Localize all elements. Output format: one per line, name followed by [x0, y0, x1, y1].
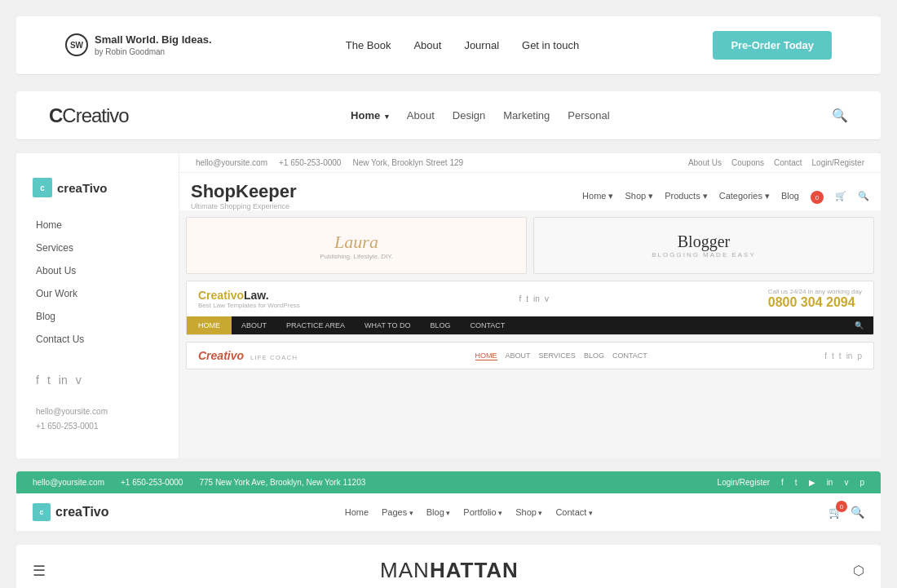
sidebar-social: f t in v: [16, 364, 179, 396]
shopkeeper-coupons-link[interactable]: Coupons: [731, 158, 764, 167]
life-nav-home[interactable]: HOME: [475, 351, 497, 360]
bottom-nav-portfolio[interactable]: Portfolio: [463, 507, 502, 517]
shopkeeper-login-link[interactable]: Login/Register: [812, 158, 864, 167]
life-pinterest-icon[interactable]: p: [857, 351, 862, 360]
life-nav-contact[interactable]: CONTACT: [612, 351, 647, 360]
sidebar-email: hello@yoursite.com: [36, 405, 159, 419]
creativo-logo: CCreativo: [49, 104, 129, 127]
law-nav-what[interactable]: WHAT TO DO: [355, 316, 420, 334]
facebook-icon[interactable]: f: [36, 374, 39, 387]
creativo-bottom-navbar: c creaTivo Home Pages Blog Portfolio Sho…: [16, 493, 881, 532]
life-twitter-icon[interactable]: t: [832, 351, 834, 360]
life-tumblr-icon[interactable]: t: [839, 351, 842, 360]
shopkeeper-contact-link[interactable]: Contact: [774, 158, 802, 167]
law-template: CreativoLaw. Best Law Templates for Word…: [186, 281, 874, 335]
life-social: f t t in p: [824, 351, 862, 360]
bottom-nav-contact[interactable]: Contact: [555, 507, 592, 517]
bottom-social-yt[interactable]: ▶: [809, 478, 815, 487]
twitter-icon[interactable]: t: [47, 374, 51, 387]
second-nav-about[interactable]: About: [407, 109, 435, 122]
law-instagram-icon[interactable]: in: [533, 294, 540, 303]
law-social: f t in v: [519, 294, 549, 303]
shopkeeper-phone: +1 650-253-0000: [279, 158, 341, 167]
bottom-social-fb[interactable]: f: [781, 478, 784, 487]
vine-icon[interactable]: v: [76, 374, 82, 387]
shopkeeper-search-icon[interactable]: 🔍: [858, 191, 869, 204]
bottom-logo-icon: c: [33, 503, 51, 521]
law-vine-icon[interactable]: v: [545, 294, 549, 303]
bottom-section: hello@yoursite.com +1 650-253-0000 775 N…: [16, 471, 881, 532]
shopkeeper-nav-shop[interactable]: Shop ▾: [625, 191, 653, 204]
sidebar-item-our-work[interactable]: Our Work: [16, 282, 179, 305]
law-nav-practice[interactable]: PRACTICE AREA: [276, 316, 355, 334]
shopkeeper-branding: ShopKeeper Ultimate Shopping Experience: [191, 181, 297, 210]
law-nav-contact[interactable]: CONTACT: [460, 316, 515, 334]
search-icon[interactable]: 🔍: [832, 108, 848, 123]
life-logo: Creativo LIFE COACH: [198, 349, 298, 362]
sidebar-item-contact-us[interactable]: Contact Us: [16, 328, 179, 351]
nav-link-get-in-touch[interactable]: Get in touch: [522, 39, 579, 51]
sidebar-item-home[interactable]: Home: [16, 214, 179, 237]
main-content: c creaTivo Home Services About Us Our Wo…: [16, 153, 881, 458]
bottom-search-icon[interactable]: 🔍: [851, 506, 864, 519]
nav-link-journal[interactable]: Journal: [464, 39, 499, 51]
bottom-social-vine[interactable]: v: [844, 478, 848, 487]
sidebar-item-services[interactable]: Services: [16, 237, 179, 259]
creativo-bottom-logo: c creaTivo: [33, 503, 109, 521]
life-coach-template: Creativo LIFE COACH HOME ABOUT SERVICES …: [186, 342, 874, 369]
second-nav-marketing[interactable]: Marketing: [503, 109, 550, 122]
preview-blogger: Blogger BLOGGING MADE EASY: [533, 217, 874, 274]
bottom-social-tw[interactable]: t: [795, 478, 798, 487]
life-instagram-icon[interactable]: in: [846, 351, 853, 360]
hamburger-icon[interactable]: ☰: [33, 562, 46, 580]
sidebar-nav: Home Services About Us Our Work Blog Con…: [16, 214, 179, 364]
second-nav-personal[interactable]: Personal: [568, 109, 609, 122]
cart-icon[interactable]: 🛒: [835, 191, 846, 204]
law-twitter-icon[interactable]: t: [526, 294, 528, 303]
bottom-nav-shop[interactable]: Shop: [515, 507, 542, 517]
bottom-nav-pages[interactable]: Pages: [382, 507, 413, 517]
bottom-login[interactable]: Login/Register: [718, 478, 770, 487]
bottom-nav-home[interactable]: Home: [345, 507, 369, 517]
blogger-subtitle: BLOGGING MADE EASY: [652, 251, 756, 259]
shopkeeper-nav-home[interactable]: Home ▾: [582, 191, 613, 204]
shopkeeper-subtitle: Ultimate Shopping Experience: [191, 202, 297, 210]
law-nav-blog[interactable]: BLOG: [420, 316, 460, 334]
life-nav-blog[interactable]: BLOG: [584, 351, 604, 360]
bottom-social-pin[interactable]: p: [859, 478, 864, 487]
life-nav: HOME ABOUT SERVICES BLOG CONTACT: [475, 351, 647, 360]
bottom-cart[interactable]: 🛒 0: [829, 506, 842, 519]
bottom-nav-blog[interactable]: Blog: [426, 507, 451, 517]
brand-icon: SW: [65, 33, 88, 56]
law-facebook-icon[interactable]: f: [519, 294, 522, 303]
instagram-icon[interactable]: in: [59, 374, 68, 387]
sidebar: c creaTivo Home Services About Us Our Wo…: [16, 153, 179, 458]
life-facebook-icon[interactable]: f: [824, 351, 827, 360]
law-nav-about[interactable]: ABOUT: [232, 316, 276, 334]
law-nav-home[interactable]: HOME: [187, 316, 232, 334]
green-topbar-right: Login/Register f t ▶ in v p: [718, 478, 864, 487]
second-nav-design[interactable]: Design: [453, 109, 485, 122]
shopkeeper-nav-products[interactable]: Products ▾: [665, 191, 707, 204]
law-header: CreativoLaw. Best Law Templates for Word…: [187, 281, 873, 316]
sidebar-item-blog[interactable]: Blog: [16, 305, 179, 328]
life-nav-about[interactable]: ABOUT: [506, 351, 531, 360]
manhattan-section: ☰ MANHATTAN ⬡: [16, 545, 881, 588]
nav-link-the-book[interactable]: The Book: [346, 39, 391, 51]
nav-link-about[interactable]: About: [413, 39, 441, 51]
share-icon[interactable]: ⬡: [853, 563, 864, 578]
green-topbar-left: hello@yoursite.com +1 650-253-0000 775 N…: [33, 478, 365, 487]
cart-badge: 0: [811, 191, 824, 204]
bottom-right-icons: 🛒 0 🔍: [829, 506, 864, 519]
law-phone: Call us 24/24 in any working day 0800 30…: [768, 288, 862, 310]
preorder-button[interactable]: Pre-Order Today: [713, 31, 832, 60]
shopkeeper-nav-categories[interactable]: Categories ▾: [719, 191, 770, 204]
sidebar-item-about-us[interactable]: About Us: [16, 259, 179, 282]
life-nav-services[interactable]: SERVICES: [539, 351, 576, 360]
shopkeeper-about-link[interactable]: About Us: [688, 158, 722, 167]
second-nav-home[interactable]: Home ▾: [351, 109, 389, 122]
preview-laura: Laura Publishing. Lifestyle. DIY.: [186, 217, 527, 274]
shopkeeper-nav-blog[interactable]: Blog: [781, 191, 799, 204]
law-search-icon[interactable]: 🔍: [845, 316, 873, 334]
bottom-social-in[interactable]: in: [827, 478, 833, 487]
